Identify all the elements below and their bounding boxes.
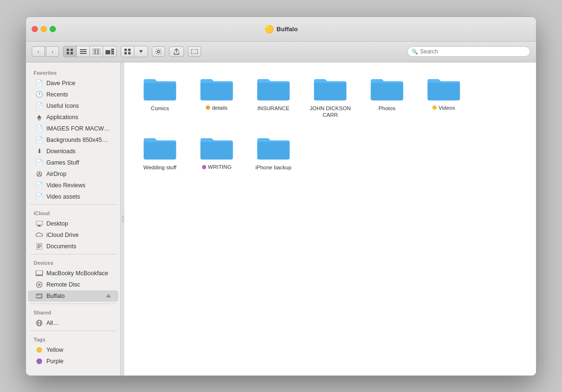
folder-videos[interactable]: Videos — [418, 72, 470, 122]
svg-rect-3 — [70, 52, 73, 54]
airdrop-icon — [35, 170, 43, 178]
document-icon: 📄 — [35, 136, 43, 144]
svg-rect-14 — [124, 49, 127, 51]
list-view-button[interactable] — [77, 46, 90, 57]
sidebar-item-documents[interactable]: Documents — [28, 241, 118, 252]
documents-icon — [35, 243, 43, 250]
folder-photos[interactable]: Photos — [361, 72, 413, 122]
svg-rect-26 — [37, 226, 41, 226]
svg-rect-24 — [36, 221, 43, 225]
nav-buttons: ‹ › — [32, 46, 59, 57]
folder-insurance[interactable]: INSURANCE — [247, 72, 299, 122]
forward-button[interactable]: › — [46, 46, 59, 57]
svg-point-37 — [41, 295, 42, 296]
sidebar-item-all[interactable]: All… — [28, 317, 118, 329]
sidebar-item-label: Useful Icons — [46, 103, 111, 109]
sidebar-item-downloads[interactable]: ⬇ Downloads — [28, 146, 118, 157]
applications-icon — [35, 113, 43, 121]
sidebar-item-buffalo[interactable]: Buffalo ⏏ — [28, 290, 118, 302]
svg-point-19 — [158, 51, 160, 53]
folder-label: INSURANCE — [257, 105, 290, 112]
sidebar-item-applications[interactable]: Applications — [28, 112, 118, 123]
settings-button[interactable] — [152, 46, 165, 57]
icon-view-button[interactable] — [63, 46, 77, 57]
sidebar-item-recents[interactable]: 🕐 Recents — [28, 89, 118, 100]
sidebar-item-label: Video assets — [46, 193, 111, 200]
search-input[interactable] — [420, 48, 526, 55]
title-icon: 🟡 — [264, 25, 274, 34]
svg-rect-11 — [111, 49, 114, 51]
sidebar-item-remote-disc[interactable]: Remote Disc — [28, 279, 118, 290]
sidebar-item-label: Buffalo — [46, 293, 103, 299]
folder-details[interactable]: details — [191, 72, 243, 122]
svg-rect-12 — [111, 51, 114, 53]
sidebar-item-icloud-drive[interactable]: iCloud Drive — [28, 229, 118, 241]
network-icon — [35, 319, 43, 327]
sidebar-item-desktop[interactable]: Desktop — [28, 218, 118, 229]
svg-rect-2 — [67, 52, 69, 54]
minimize-button[interactable] — [41, 26, 47, 32]
folder-label: WRITING — [202, 164, 232, 170]
favorites-header: Favorites — [26, 66, 120, 78]
eject-icon[interactable]: ⏏ — [106, 293, 111, 299]
svg-rect-7 — [93, 49, 95, 54]
divider-4 — [30, 331, 116, 331]
sidebar-item-video-assets[interactable]: 📄 Video assets — [28, 191, 118, 202]
fullscreen-button[interactable] — [188, 46, 201, 57]
folder-label: Wedding stuff — [143, 164, 176, 171]
sidebar-item-label: Yellow — [46, 347, 111, 353]
sidebar-item-macbooky[interactable]: MacBooky McBookface — [28, 268, 118, 279]
gallery-view-button[interactable] — [103, 46, 116, 57]
devices-header: Devices — [26, 256, 120, 268]
svg-rect-15 — [128, 49, 131, 51]
back-button[interactable]: ‹ — [32, 46, 45, 57]
sidebar: Favorites 📄 Dave Price 🕐 Recents 📄 Usefu… — [26, 62, 121, 375]
svg-rect-20 — [191, 49, 198, 54]
sidebar-item-dave-price[interactable]: 📄 Dave Price — [28, 78, 118, 89]
svg-rect-8 — [96, 49, 97, 54]
share-button[interactable] — [169, 46, 184, 57]
svg-rect-30 — [37, 247, 40, 248]
svg-rect-9 — [98, 49, 100, 54]
laptop-icon — [35, 270, 43, 277]
sidebar-item-yellow[interactable]: Yellow — [28, 344, 118, 356]
sidebar-item-purple[interactable]: Purple — [28, 356, 118, 367]
svg-rect-13 — [111, 53, 114, 54]
drive-icon — [35, 292, 43, 300]
arrange-dropdown[interactable] — [134, 46, 148, 57]
search-box[interactable]: 🔍 — [407, 46, 530, 57]
view-controls — [63, 46, 117, 57]
folder-writing[interactable]: WRITING — [191, 131, 243, 174]
folder-iphone-backup[interactable]: iPhone backup — [247, 131, 299, 174]
sidebar-item-games-stuff[interactable]: 📄 Games Stuff — [28, 157, 118, 168]
recents-icon: 🕐 — [35, 91, 43, 98]
sidebar-item-images-macworld[interactable]: 📄 IMAGES FOR MACWORLD ONLINE — [28, 123, 118, 134]
close-button[interactable] — [32, 26, 38, 32]
divider-1 — [30, 204, 116, 205]
svg-rect-38 — [36, 295, 40, 296]
sidebar-item-label: AirDrop — [46, 171, 111, 177]
sidebar-item-video-reviews[interactable]: 📄 Video Reviews — [28, 180, 118, 191]
column-view-button[interactable] — [90, 46, 103, 57]
sidebar-item-backgrounds[interactable]: 📄 Backgrounds 850x450 pixels — [28, 134, 118, 146]
resize-handle[interactable] — [121, 62, 124, 375]
group-view-button[interactable] — [121, 46, 134, 57]
sidebar-item-airdrop[interactable]: AirDrop — [28, 168, 118, 180]
sidebar-item-label: Downloads — [46, 148, 111, 155]
maximize-button[interactable] — [50, 26, 56, 32]
svg-rect-6 — [80, 53, 87, 54]
document-icon: 📄 — [35, 125, 43, 132]
finder-window: 🟡 Buffalo ‹ › — [26, 17, 536, 376]
sidebar-item-label: Remote Disc — [46, 281, 111, 288]
svg-rect-4 — [80, 49, 87, 50]
svg-rect-29 — [37, 246, 41, 247]
sidebar-item-label: Video Reviews — [46, 182, 111, 189]
folder-wedding[interactable]: Wedding stuff — [134, 131, 186, 174]
folder-label: Videos — [432, 105, 455, 111]
folder-john-dickson[interactable]: JOHN DICKSON CARR — [304, 72, 356, 122]
svg-rect-5 — [80, 51, 87, 52]
folder-comics[interactable]: Comics — [134, 72, 186, 122]
sidebar-item-useful-icons[interactable]: 📄 Useful Icons — [28, 100, 118, 112]
svg-rect-17 — [128, 52, 131, 54]
title-text: Buffalo — [277, 26, 298, 33]
